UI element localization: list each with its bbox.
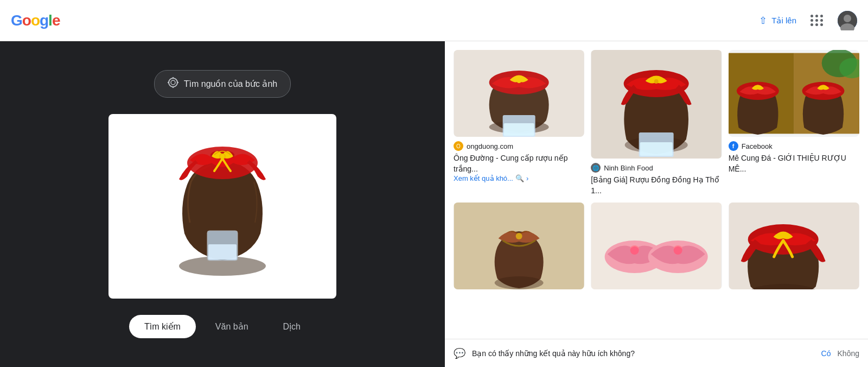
svg-rect-13	[208, 244, 237, 260]
jar-illustration	[146, 125, 298, 288]
header-right: ⇧ Tải lên	[759, 11, 857, 30]
source-row-2: 🌐 Ninh Bình Food	[591, 163, 722, 173]
upload-icon: ⇧	[759, 15, 767, 27]
svg-point-1	[844, 15, 851, 22]
svg-point-37	[495, 276, 544, 289]
avatar[interactable]	[838, 11, 857, 30]
source-favicon-2: 🌐	[591, 163, 601, 173]
google-logo: Google	[11, 12, 60, 29]
result-card-3[interactable]: f Facebook Mê Cung Đá - GIỚI THIỆU RƯỢU …	[729, 50, 859, 196]
tab-translate[interactable]: Dịch	[268, 315, 316, 338]
source-name-2: Ninh Bình Food	[604, 164, 653, 172]
lens-icon	[168, 77, 178, 91]
feedback-icon: 💬	[454, 347, 465, 359]
svg-point-4	[171, 80, 175, 85]
feedback-question: Bạn có thấy những kết quả này hữu ích kh…	[472, 349, 815, 358]
result-card-5[interactable]	[591, 203, 722, 294]
svg-rect-22	[454, 50, 584, 137]
result-image-4	[454, 203, 584, 289]
result-card-2[interactable]: 🌐 Ninh Bình Food [Bảng Giá] Rượu Đồng Đồ…	[591, 50, 722, 196]
result-card-4[interactable]	[454, 203, 584, 294]
apps-button[interactable]	[807, 11, 827, 30]
result-image-6	[729, 203, 859, 289]
source-favicon-1: O	[454, 141, 463, 151]
tab-text[interactable]: Văn bản	[200, 315, 264, 338]
svg-point-26	[654, 79, 659, 84]
results-grid: O ongduong.com Ông Đường - Cung cấp rượu…	[454, 50, 859, 294]
source-favicon-3: f	[729, 141, 738, 151]
source-name-3: Facebook	[742, 142, 773, 150]
apps-grid-icon	[810, 15, 824, 26]
result-title-3: Mê Cung Đá - GIỚI THIỆU RƯỢU MÊ...	[729, 153, 859, 174]
result-image-5	[591, 203, 722, 289]
result-image-1	[454, 50, 584, 137]
svg-point-38	[516, 233, 522, 239]
result-title-1: Ông Đường - Cung cấp rượu nếp trắng...	[454, 153, 584, 174]
image-placeholder	[108, 114, 336, 299]
svg-point-3	[169, 78, 177, 87]
upload-button[interactable]: ⇧ Tải lên	[759, 15, 796, 27]
feedback-no-button[interactable]: Không	[838, 349, 859, 358]
bottom-tabs: Tìm kiếm Văn bản Dịch	[129, 315, 316, 338]
upload-label: Tải lên	[771, 16, 796, 26]
result-title-2: [Bảng Giá] Rượu Đồng Đồng Hạ Thổ 1...	[591, 175, 722, 196]
feedback-yes-button[interactable]: Có	[821, 349, 831, 358]
right-panel: O ongduong.com Ông Đường - Cung cấp rượu…	[445, 41, 868, 367]
image-preview	[108, 114, 336, 299]
source-row-1: O ongduong.com	[454, 141, 584, 151]
left-panel: Tìm nguồn của bức ảnh	[0, 41, 445, 367]
tab-search[interactable]: Tìm kiếm	[129, 315, 196, 338]
svg-rect-28	[640, 142, 673, 156]
search-source-button[interactable]: Tìm nguồn của bức ảnh	[154, 70, 291, 98]
feedback-bar: 💬 Bạn có thấy những kết quả này hữu ích …	[445, 339, 868, 367]
header: Google ⇧ Tải lên	[0, 0, 868, 41]
result-image-3	[729, 50, 859, 137]
result-image-2	[591, 50, 722, 159]
result-card-1[interactable]: O ongduong.com Ông Đường - Cung cấp rượu…	[454, 50, 584, 196]
result-card-6[interactable]	[729, 203, 859, 294]
source-row-3: f Facebook	[729, 141, 859, 151]
search-source-label: Tìm nguồn của bức ảnh	[184, 79, 278, 89]
source-name-1: ongduong.com	[467, 142, 513, 150]
more-link-1[interactable]: Xem kết quả khó... 🔍 ›	[454, 174, 584, 182]
